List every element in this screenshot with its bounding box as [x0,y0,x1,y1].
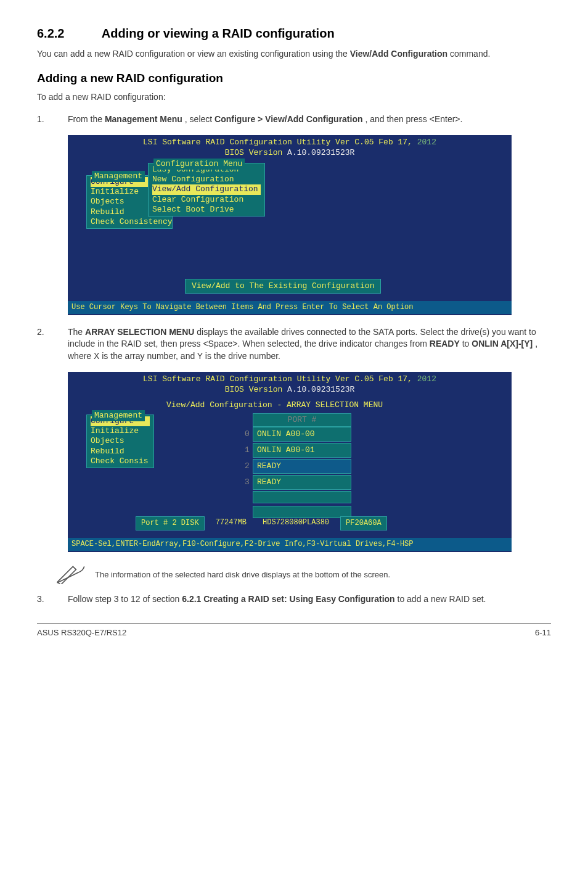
section-number: 6.2.2 [37,25,99,42]
footer-page-number: 6-11 [535,627,551,638]
page-footer: ASUS RS320Q-E7/RS12 6-11 [37,623,551,638]
intro-suffix: command. [450,49,490,59]
section-heading: 6.2.2 Adding or viewing a RAID configura… [37,25,551,42]
step-2-pre: The [68,327,85,337]
section-intro: You can add a new RAID configuration or … [37,48,551,60]
bios2-drive-label-3: READY [257,477,281,487]
bios1-title-line1a: LSI Software RAID Configuration Utility … [143,138,412,147]
bios-console-2: LSI Software RAID Configuration Utility … [68,372,512,551]
bios2-mgmt-item-check-consis[interactable]: Check Consis [91,456,150,466]
note-row: The information of the selected hard dis… [55,563,551,588]
bios2-mgmt-item-initialize[interactable]: Initialize [91,426,150,436]
bios1-cfg-item-new[interactable]: New Configuration [152,175,261,184]
bios2-drive-row[interactable]: 1 ONLIN A00-01 [253,443,351,458]
bios2-mgmt-head: Management [92,410,145,421]
bios1-title-line2a: BIOS Version [225,148,287,157]
bios2-drive-row[interactable]: 3 READY [253,475,351,490]
bios1-mgmt-head: Management [92,171,145,182]
step-3-post: to add a new RAID set. [398,594,486,604]
bios2-footer: SPACE-Sel,ENTER-EndArray,F10-Configure,F… [68,538,512,551]
bios2-title-line2a: BIOS Version [225,385,287,394]
bios-console-1: LSI Software RAID Configuration Utility … [68,135,512,315]
bios2-title-line1a: LSI Software RAID Configuration Utility … [143,374,412,384]
step-1-b2: Configure > View/Add Configuration [214,114,362,124]
bios1-cfg-item-viewadd[interactable]: View/Add Configuration [152,184,261,194]
bios1-cfg-item-selectboot[interactable]: Select Boot Drive [152,205,261,215]
bios2-title-line1b: 2012 [412,374,436,384]
bios2-drive-row[interactable]: 0 ONLIN A00-00 [253,427,351,442]
section-title: Adding or viewing a RAID configuration [102,27,335,40]
bios1-cfg-item-clear[interactable]: Clear Configuration [152,195,261,205]
subsection-heading: Adding a new RAID configuration [37,70,551,87]
intro-bold: View/Add Configuration [350,49,447,59]
bios2-panel-title: View/Add Configuration - ARRAY SELECTION… [166,400,383,411]
bios2-title: LSI Software RAID Configuration Utility … [68,372,512,396]
bios2-mgmt-item-rebuild[interactable]: Rebuild [91,447,150,456]
bios1-cfg-head: Configuration Menu [153,159,245,170]
bios2-drive-idx-1: 1 [245,445,250,456]
bios2-col-head: PORT # [253,413,351,427]
step-2: 2. The ARRAY SELECTION MENU displays the… [37,326,551,363]
step-2-b3: ONLIN A[X]-[Y] [472,339,533,349]
bios1-mgmt-item-check-consistency[interactable]: Check Consistency [91,217,168,227]
step-1-mid: , select [185,114,214,124]
bios1-footer: Use Cursor Keys To Navigate Between Item… [68,301,512,314]
bios2-drive-label-1: ONLIN A00-01 [257,445,315,455]
step-1: 1. From the Management Menu , select Con… [37,113,551,126]
bios2-drive-row-empty [253,491,351,503]
bios1-configuration-menu[interactable]: Configuration Menu Easy Configuration Ne… [148,163,265,217]
step-2-mid2: to [462,339,472,349]
bios2-drive-row-selected[interactable]: 2 READY [253,459,351,474]
note-text: The information of the selected hard dis… [95,569,390,580]
step-3-pre: Follow step 3 to 12 of section [68,594,182,604]
step-3-b1: 6.2.1 Creating a RAID set: Using Easy Co… [182,594,394,604]
bios2-management-menu[interactable]: Management Configure Initialize Objects … [86,415,154,468]
bios2-drive-idx-3: 3 [245,477,250,488]
step-3: 3. Follow step 3 to 12 of section 6.2.1 … [37,593,551,606]
intro-prefix: You can add a new RAID configuration or … [37,49,350,59]
bios2-drive-label-2: READY [257,461,281,471]
bios1-title-line2b: A.10.09231523R [287,148,354,157]
bios1-bottom-text: View/Add to The Existing Configuration [192,281,374,291]
bios2-info-port: Port # 2 DISK [136,516,205,530]
step-1-post: , and then press <Enter>. [365,114,462,124]
bios2-drive-idx-0: 0 [245,429,250,440]
step-1-b1: Management Menu [105,114,182,124]
step-number: 2. [37,326,44,339]
bios2-info-bar: Port # 2 DISK 77247MB HDS728080PLA380 PF… [136,516,387,530]
note-icon [55,563,86,588]
subsection-intro: To add a new RAID configuration: [37,91,551,104]
bios1-title-line1b: 2012 [412,138,436,147]
bios2-info-size: 77247MB [211,516,251,530]
step-2-b1: ARRAY SELECTION MENU [85,327,194,337]
footer-product: ASUS RS320Q-E7/RS12 [37,627,126,638]
bios2-title-line2b: A.10.09231523R [287,385,354,394]
step-number: 1. [37,113,44,126]
bios1-bottom-box: View/Add to The Existing Configuration [185,279,381,294]
step-number: 3. [37,593,44,606]
bios2-info-model: HDS728080PLA380 [258,516,334,530]
bios2-drive-idx-2: 2 [245,461,250,472]
step-2-b2: READY [430,339,460,349]
bios1-title: LSI Software RAID Configuration Utility … [68,135,512,159]
bios2-mgmt-item-objects[interactable]: Objects [91,436,150,446]
bios2-drive-label-0: ONLIN A00-00 [257,429,315,439]
bios2-info-serial: PF20A60A [340,516,387,530]
step-1-pre: From the [68,114,105,124]
